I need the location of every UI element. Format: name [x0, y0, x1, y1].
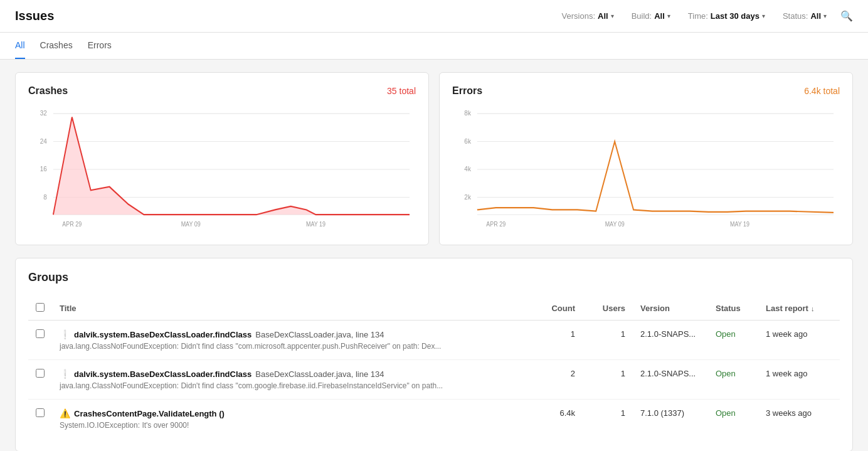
- warning-icon: ⚠️: [60, 408, 70, 418]
- main-content: Crashes 35 total 32 24 16 8 APR: [0, 60, 868, 451]
- time-value: Last 30 days: [711, 11, 760, 21]
- error-icon: ❕: [60, 369, 70, 379]
- status-filter[interactable]: Status: All ▾: [779, 9, 830, 23]
- th-status: Status: [708, 297, 758, 321]
- status-label: Status:: [783, 11, 808, 21]
- svg-text:MAY 09: MAY 09: [181, 221, 201, 228]
- issue-subtitle: System.IO.IOException: It's over 9000!: [60, 421, 461, 430]
- search-icon[interactable]: 🔍: [840, 10, 853, 22]
- row-checkbox-cell: [28, 360, 52, 400]
- versions-value: All: [598, 11, 608, 21]
- th-users: Users: [583, 297, 633, 321]
- page-title: Issues: [15, 9, 54, 23]
- row-checkbox-1[interactable]: [36, 369, 45, 378]
- issue-subtitle: java.lang.ClassNotFoundException: Didn't…: [60, 381, 461, 390]
- errors-chart-total: 6.4k total: [804, 86, 840, 96]
- row-status-cell: Open: [708, 360, 758, 400]
- th-last-report: Last report ↓: [758, 297, 840, 321]
- crashes-chart-total: 35 total: [387, 86, 416, 96]
- svg-text:APR 29: APR 29: [486, 221, 505, 228]
- status-badge: Open: [716, 329, 736, 339]
- crashes-chart-header: Crashes 35 total: [28, 85, 416, 97]
- issue-title-line: ⚠️ CrashesContentPage.ValidateLength (): [60, 408, 525, 418]
- groups-card: Groups Title Count Users Version Status …: [15, 258, 853, 451]
- errors-chart-card: Errors 6.4k total 8k 6k 4k 2k A: [439, 72, 853, 245]
- select-all-checkbox[interactable]: [36, 303, 45, 312]
- svg-text:8: 8: [43, 193, 47, 201]
- svg-text:MAY 19: MAY 19: [730, 221, 749, 228]
- th-count: Count: [532, 297, 583, 321]
- table-header-row: Title Count Users Version Status Last re…: [28, 297, 840, 321]
- row-version-cell: 7.1.0 (1337): [633, 400, 708, 439]
- error-icon: ❕: [60, 329, 70, 339]
- build-label: Build:: [632, 11, 652, 21]
- time-filter[interactable]: Time: Last 30 days ▾: [684, 9, 769, 23]
- row-checkbox-0[interactable]: [36, 329, 45, 338]
- row-title-cell: ❕ dalvik.system.BaseDexClassLoader.findC…: [52, 360, 532, 400]
- svg-text:APR 29: APR 29: [62, 221, 82, 228]
- row-status-cell: Open: [708, 400, 758, 439]
- errors-chart-svg: 8k 6k 4k 2k APR 29 MAY 09 MAY 19: [452, 107, 840, 232]
- row-count-cell: 1: [532, 321, 583, 360]
- row-count-cell: 2: [532, 360, 583, 400]
- errors-chart-area: 8k 6k 4k 2k APR 29 MAY 09 MAY 19: [452, 107, 840, 232]
- build-chevron-icon: ▾: [667, 13, 670, 19]
- versions-label: Versions:: [562, 11, 595, 21]
- issue-method[interactable]: dalvik.system.BaseDexClassLoader.findCla…: [74, 330, 251, 339]
- svg-text:16: 16: [40, 165, 47, 173]
- status-badge: Open: [716, 408, 736, 418]
- table-row: ❕ dalvik.system.BaseDexClassLoader.findC…: [28, 321, 840, 360]
- svg-text:MAY 09: MAY 09: [605, 221, 625, 228]
- row-version-cell: 2.1.0-SNAPS...: [633, 321, 708, 360]
- tab-crashes[interactable]: Crashes: [40, 33, 73, 59]
- th-checkbox: [28, 297, 52, 321]
- issue-method[interactable]: CrashesContentPage.ValidateLength (): [74, 409, 225, 418]
- sort-icon: ↓: [811, 305, 815, 312]
- svg-text:4k: 4k: [464, 165, 471, 173]
- row-title-cell: ⚠️ CrashesContentPage.ValidateLength () …: [52, 400, 532, 439]
- svg-text:MAY 19: MAY 19: [306, 221, 326, 228]
- svg-text:24: 24: [40, 137, 47, 145]
- row-lastreport-cell: 1 week ago: [758, 360, 840, 400]
- row-users-cell: 1: [583, 321, 633, 360]
- time-label: Time:: [688, 11, 708, 21]
- errors-chart-header: Errors 6.4k total: [452, 85, 840, 97]
- row-lastreport-cell: 1 week ago: [758, 321, 840, 360]
- row-checkbox-cell: [28, 321, 52, 360]
- row-checkbox-2[interactable]: [36, 408, 45, 417]
- build-filter[interactable]: Build: All ▾: [628, 9, 674, 23]
- status-badge: Open: [716, 369, 736, 378]
- header-controls: Versions: All ▾ Build: All ▾ Time: Last …: [558, 9, 853, 23]
- row-title-cell: ❕ dalvik.system.BaseDexClassLoader.findC…: [52, 321, 532, 360]
- versions-chevron-icon: ▾: [611, 13, 614, 19]
- svg-text:6k: 6k: [464, 137, 471, 145]
- issue-location: BaseDexClassLoader.java, line 134: [255, 330, 384, 339]
- issue-method[interactable]: dalvik.system.BaseDexClassLoader.findCla…: [74, 369, 251, 379]
- svg-text:2k: 2k: [464, 193, 471, 201]
- svg-marker-12: [53, 117, 410, 215]
- row-users-cell: 1: [583, 360, 633, 400]
- row-status-cell: Open: [708, 321, 758, 360]
- charts-row: Crashes 35 total 32 24 16 8 APR: [15, 72, 853, 245]
- row-users-cell: 1: [583, 400, 633, 439]
- table-row: ⚠️ CrashesContentPage.ValidateLength () …: [28, 400, 840, 439]
- th-title: Title: [52, 297, 532, 321]
- row-lastreport-cell: 3 weeks ago: [758, 400, 840, 439]
- errors-chart-title: Errors: [452, 85, 482, 97]
- tab-errors[interactable]: Errors: [88, 33, 112, 59]
- tab-all[interactable]: All: [15, 33, 25, 59]
- svg-text:8k: 8k: [464, 109, 471, 117]
- status-value: All: [810, 11, 821, 21]
- versions-filter[interactable]: Versions: All ▾: [558, 9, 618, 23]
- svg-text:32: 32: [40, 109, 47, 117]
- issue-title-line: ❕ dalvik.system.BaseDexClassLoader.findC…: [60, 369, 525, 379]
- row-version-cell: 2.1.0-SNAPS...: [633, 360, 708, 400]
- tabs-bar: All Crashes Errors: [0, 33, 868, 60]
- time-chevron-icon: ▾: [762, 13, 765, 19]
- issue-location: BaseDexClassLoader.java, line 134: [255, 369, 384, 379]
- issue-title-line: ❕ dalvik.system.BaseDexClassLoader.findC…: [60, 329, 525, 339]
- build-value: All: [654, 11, 665, 21]
- status-chevron-icon: ▾: [823, 13, 827, 19]
- groups-title: Groups: [28, 271, 840, 284]
- crashes-chart-area: 32 24 16 8 APR 29 MAY 09 MAY 19: [28, 107, 416, 232]
